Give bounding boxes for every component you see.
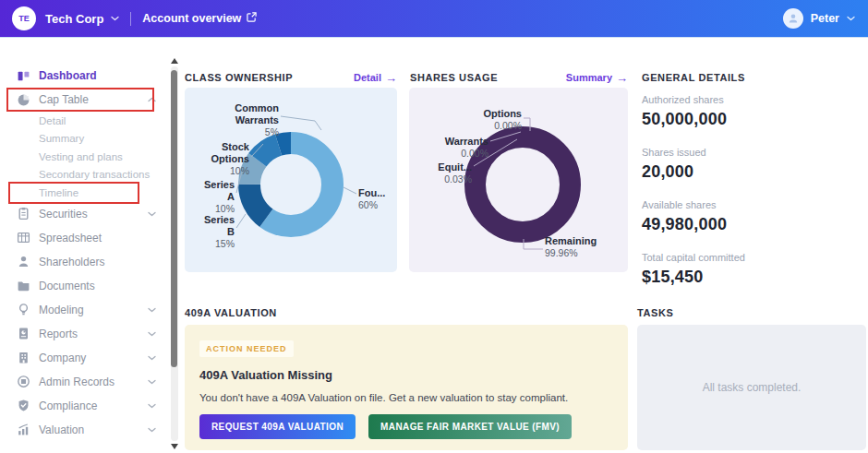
stat-label: Authorized shares bbox=[642, 94, 866, 105]
sidebar-item-label: Modeling bbox=[39, 304, 84, 316]
callout-leader-line bbox=[344, 187, 356, 194]
sidebar-item-cap-table[interactable]: Cap Table bbox=[0, 88, 169, 112]
user-avatar-icon bbox=[783, 8, 803, 29]
action-needed-badge: ACTION NEEDED bbox=[199, 340, 294, 357]
valuation-409a-card: ACTION NEEDED 409A Valuation Missing You… bbox=[185, 325, 628, 450]
chart-callout-options: Options0.00% bbox=[483, 108, 522, 132]
chevron-down-icon bbox=[148, 355, 156, 361]
sidebar-subitem-timeline[interactable]: Timeline bbox=[0, 184, 169, 202]
chevron-down-icon bbox=[148, 211, 156, 217]
sidebar-subitem-secondary-transactions[interactable]: Secondary transactions bbox=[0, 166, 169, 185]
sidebar-item-label: Valuation bbox=[39, 423, 84, 436]
chart-callout-fou: Fou...60% bbox=[358, 187, 385, 211]
callout-leader-line bbox=[281, 116, 321, 130]
topbar-divider bbox=[130, 12, 131, 26]
sidebar-subitem-summary[interactable]: Summary bbox=[0, 130, 169, 149]
manage-fmv-button[interactable]: MANAGE FAIR MARKET VALUE (FMV) bbox=[368, 414, 572, 439]
sidebar-item-securities[interactable]: Securities bbox=[0, 202, 169, 226]
sidebar-item-modeling[interactable]: Modeling bbox=[0, 298, 169, 322]
org-name: Tech Corp bbox=[45, 12, 103, 26]
shareholders-icon bbox=[17, 255, 30, 268]
chevron-down-icon bbox=[148, 427, 156, 433]
sidebar-item-compliance[interactable]: Compliance bbox=[0, 394, 169, 418]
tasks-header: TASKS bbox=[637, 307, 673, 318]
general-details-header: GENERAL DETAILS bbox=[642, 72, 745, 83]
topbar: TE Tech Corp Account overview Peter bbox=[0, 0, 868, 38]
scroll-down-arrow[interactable] bbox=[171, 444, 178, 449]
stat-value: 49,980,000 bbox=[642, 215, 866, 234]
sidebar-item-label: Cap Table bbox=[39, 93, 89, 106]
sidebar-item-admin-records[interactable]: Admin Records bbox=[0, 370, 169, 394]
shares-usage-card: Options0.00%Warrants0.00%Equit...0.03%Re… bbox=[409, 88, 628, 272]
sidebar-item-label: Company bbox=[39, 352, 86, 364]
user-menu[interactable]: Peter bbox=[783, 8, 855, 29]
cap-table-icon bbox=[17, 93, 30, 107]
chevron-down-icon bbox=[148, 307, 156, 313]
stat-total-capital-committed: Total capital committed $15,450 bbox=[642, 252, 866, 287]
chart-callout-common-warrants: CommonWarrants5% bbox=[235, 102, 279, 138]
stat-value: 20,000 bbox=[642, 162, 866, 182]
chart-callout-series-a: SeriesA10% bbox=[204, 179, 235, 215]
chart-callout-stock-options: StockOptions10% bbox=[211, 141, 249, 177]
chart-callout-remaining: Remaining99.96% bbox=[545, 235, 597, 259]
org-switcher[interactable]: Tech Corp bbox=[45, 12, 119, 26]
sidebar-item-label: Dashboard bbox=[39, 69, 97, 82]
sidebar-nav: DashboardCap TableDetailSummaryVesting a… bbox=[0, 64, 169, 442]
stat-available-shares: Available shares 49,980,000 bbox=[642, 199, 866, 234]
sidebar-subitem-detail[interactable]: Detail bbox=[0, 112, 169, 130]
summary-link-label: Summary bbox=[566, 72, 612, 83]
general-details: Authorized shares 50,000,000 Shares issu… bbox=[642, 94, 866, 304]
chart-callout-warrants: Warrants0.00% bbox=[445, 136, 488, 160]
account-overview-link[interactable]: Account overview bbox=[142, 12, 257, 25]
sidebar-subitem-vesting-and-plans[interactable]: Vesting and plans bbox=[0, 148, 169, 166]
scroll-up-arrow[interactable] bbox=[171, 58, 178, 64]
sidebar: DashboardCap TableDetailSummaryVesting a… bbox=[0, 38, 169, 453]
class-ownership-header: CLASS OWNERSHIP bbox=[185, 72, 293, 83]
sidebar-item-dashboard[interactable]: Dashboard bbox=[0, 64, 169, 88]
account-overview-label: Account overview bbox=[142, 12, 241, 25]
sidebar-subitem-label: Detail bbox=[39, 115, 66, 126]
stat-value: $15,450 bbox=[642, 268, 866, 287]
sidebar-item-label: Securities bbox=[39, 208, 88, 221]
scrollbar-thumb[interactable] bbox=[171, 70, 177, 367]
detail-link-label: Detail bbox=[354, 72, 381, 83]
sidebar-item-valuation[interactable]: Valuation bbox=[0, 418, 169, 442]
shares-usage-summary-link[interactable]: Summary → bbox=[566, 72, 628, 83]
request-409a-valuation-button[interactable]: REQUEST 409A VALUATION bbox=[199, 414, 356, 439]
sidebar-subitem-label: Summary bbox=[39, 133, 84, 144]
chevron-down-icon bbox=[111, 16, 119, 21]
org-avatar[interactable]: TE bbox=[12, 6, 36, 30]
valuation-actions: REQUEST 409A VALUATION MANAGE FAIR MARKE… bbox=[199, 414, 613, 439]
sidebar-item-label: Reports bbox=[39, 328, 78, 340]
sidebar-item-shareholders[interactable]: Shareholders bbox=[0, 250, 169, 274]
sidebar-item-label: Documents bbox=[39, 280, 95, 292]
admin-records-icon bbox=[17, 375, 30, 388]
sidebar-item-spreadsheet[interactable]: Spreadsheet bbox=[0, 226, 169, 250]
class-ownership-detail-link[interactable]: Detail → bbox=[354, 72, 397, 83]
chevron-down-icon bbox=[148, 379, 156, 385]
user-name: Peter bbox=[811, 12, 839, 25]
compliance-icon bbox=[17, 399, 30, 412]
scrollbar-track[interactable] bbox=[171, 66, 178, 441]
valuation-409a-header: 409A VALUATION bbox=[185, 307, 277, 318]
class-ownership-card: CommonWarrants5%StockOptions10%SeriesA10… bbox=[185, 88, 397, 272]
stat-authorized-shares: Authorized shares 50,000,000 bbox=[642, 94, 866, 129]
valuation-missing-body: You don't have a 409A Valuation on file.… bbox=[199, 392, 613, 403]
sidebar-item-label: Shareholders bbox=[39, 256, 104, 268]
spreadsheet-icon bbox=[17, 231, 30, 244]
valuation-icon bbox=[17, 423, 30, 436]
content-scrollbar[interactable] bbox=[169, 38, 179, 453]
dashboard-icon bbox=[17, 69, 30, 83]
tasks-empty-text: All tasks completed. bbox=[703, 381, 802, 394]
chart-callout-equit: Equit...0.03% bbox=[438, 161, 472, 185]
stat-value: 50,000,000 bbox=[642, 110, 866, 129]
sidebar-item-documents[interactable]: Documents bbox=[0, 274, 169, 298]
documents-icon bbox=[17, 279, 30, 292]
dashboard-screen: TE Tech Corp Account overview Peter Dash… bbox=[0, 0, 868, 453]
sidebar-item-reports[interactable]: Reports bbox=[0, 322, 169, 346]
sidebar-item-company[interactable]: Company bbox=[0, 346, 169, 370]
chart-callout-series-b: SeriesB15% bbox=[204, 214, 235, 250]
stat-label: Available shares bbox=[642, 199, 866, 210]
modeling-icon bbox=[17, 303, 30, 316]
sidebar-subitem-label: Vesting and plans bbox=[39, 151, 123, 162]
